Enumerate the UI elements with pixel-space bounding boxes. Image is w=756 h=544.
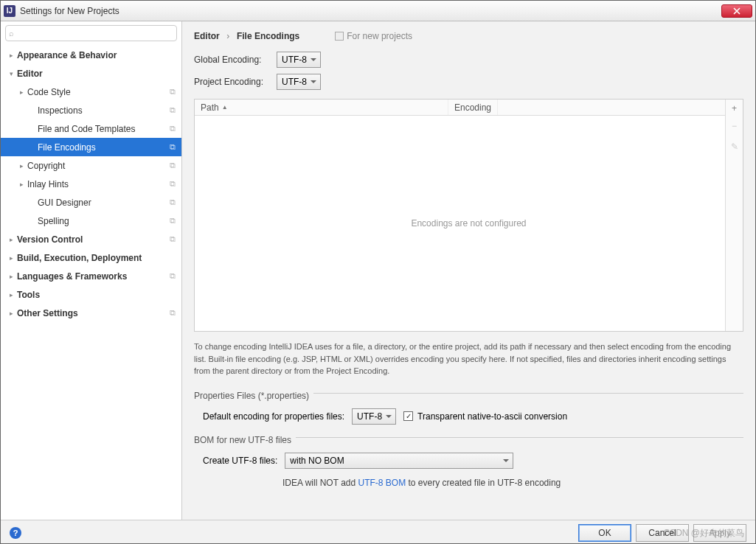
global-encoding-label: Global Encoding:: [194, 55, 277, 65]
utf8-bom-link[interactable]: UTF-8 BOM: [358, 478, 406, 488]
sidebar-item-gui-designer[interactable]: ▸GUI Designer⧉: [1, 193, 181, 212]
title-bar: IJ Settings for New Projects: [1, 1, 755, 21]
sidebar-item-inlay-hints[interactable]: ▸Inlay Hints⧉: [1, 175, 181, 193]
encoding-table: Path ▲ Encoding Encodings are not config…: [194, 99, 743, 332]
sidebar-item-other-settings[interactable]: ▸Other Settings⧉: [1, 304, 181, 322]
chevron-right-icon[interactable]: ▸: [17, 181, 26, 188]
copy-icon: ⧉: [170, 308, 176, 318]
sidebar-item-languages-frameworks[interactable]: ▸Languages & Frameworks⧉: [1, 267, 181, 285]
chevron-right-icon[interactable]: ▸: [7, 236, 15, 243]
window-title: Settings for New Projects: [20, 6, 721, 16]
project-encoding-label: Project Encoding:: [194, 77, 277, 87]
sidebar-item-build-execution-deployment[interactable]: ▸Build, Execution, Deployment: [1, 248, 181, 267]
sidebar-item-tools[interactable]: ▸Tools: [1, 285, 181, 304]
sidebar-item-label: Inspections: [38, 105, 181, 116]
apply-button[interactable]: Apply: [693, 524, 746, 542]
chevron-right-icon[interactable]: ▸: [17, 88, 26, 96]
sidebar-item-label: Build, Execution, Deployment: [17, 253, 181, 263]
table-toolbar: + − ✎: [725, 100, 743, 331]
content-panel: Editor › File Encodings For new projects…: [182, 21, 755, 520]
sidebar-item-label: Tools: [17, 290, 181, 300]
bom-create-label: Create UTF-8 files:: [203, 456, 277, 466]
for-new-projects-label: For new projects: [335, 31, 412, 41]
breadcrumb: Editor › File Encodings: [194, 30, 299, 41]
bom-group-label: BOM for new UTF-8 files: [182, 429, 755, 445]
search-box[interactable]: ⌕: [5, 25, 177, 41]
global-encoding-value: UTF-8: [282, 55, 307, 65]
chevron-right-icon[interactable]: ▸: [7, 291, 15, 299]
copy-icon: ⧉: [170, 234, 176, 244]
table-header: Path ▲ Encoding: [195, 100, 743, 116]
breadcrumb-part-editor[interactable]: Editor: [194, 31, 220, 41]
chevron-right-icon[interactable]: ▸: [7, 310, 15, 317]
help-text: To change encoding IntelliJ IDEA uses fo…: [182, 335, 755, 385]
copy-icon: ⧉: [170, 87, 176, 97]
sidebar-item-file-and-code-templates[interactable]: ▸File and Code Templates⧉: [1, 119, 181, 138]
breadcrumb-separator: ›: [226, 31, 229, 41]
transparent-checkbox[interactable]: [403, 411, 413, 421]
settings-tree: ▸Appearance & Behavior▾Editor▸Code Style…: [1, 44, 181, 520]
breadcrumb-row: Editor › File Encodings For new projects: [182, 21, 755, 49]
chevron-down-icon[interactable]: ▾: [7, 70, 15, 77]
transparent-label: Transparent native-to-ascii conversion: [417, 411, 567, 422]
sidebar-item-file-encodings[interactable]: ▸File Encodings⧉: [1, 138, 181, 156]
ok-button[interactable]: OK: [578, 524, 631, 542]
bom-create-row: Create UTF-8 files: with NO BOM: [203, 453, 743, 469]
bom-group-text: BOM for new UTF-8 files: [194, 435, 296, 445]
properties-encoding-value: UTF-8: [357, 411, 382, 422]
remove-button[interactable]: −: [726, 117, 743, 135]
edit-button[interactable]: ✎: [726, 138, 743, 156]
sidebar-item-label: File and Code Templates: [38, 124, 181, 134]
sidebar-item-editor[interactable]: ▾Editor: [1, 64, 181, 83]
bom-info-prefix: IDEA will NOT add: [282, 478, 358, 488]
help-button[interactable]: ?: [10, 527, 21, 539]
chevron-right-icon[interactable]: ▸: [7, 273, 15, 280]
search-input[interactable]: [15, 28, 173, 38]
properties-group-text: Properties Files (*.properties): [194, 391, 313, 401]
sidebar-item-appearance-behavior[interactable]: ▸Appearance & Behavior: [1, 46, 181, 64]
bom-info-row: IDEA will NOT add UTF-8 BOM to every cre…: [182, 473, 755, 495]
chevron-right-icon[interactable]: ▸: [17, 162, 26, 170]
copy-icon: ⧉: [170, 198, 176, 207]
bom-create-value: with NO BOM: [290, 456, 344, 466]
breadcrumb-part-file-encodings: File Encodings: [237, 31, 299, 41]
sidebar-item-copyright[interactable]: ▸Copyright⧉: [1, 156, 181, 175]
add-button[interactable]: +: [726, 100, 743, 117]
sidebar-item-label: Version Control: [17, 234, 181, 245]
bom-create-dropdown[interactable]: with NO BOM: [285, 453, 513, 469]
column-encoding-label: Encoding: [454, 102, 491, 113]
properties-default-label: Default encoding for properties files:: [203, 411, 344, 422]
global-encoding-row: Global Encoding: UTF-8: [182, 49, 755, 71]
chevron-right-icon[interactable]: ▸: [7, 52, 15, 59]
dialog-footer: ? OK Cancel Apply: [1, 520, 755, 544]
properties-default-row: Default encoding for properties files: U…: [203, 408, 743, 425]
table-body: Encodings are not configured: [195, 116, 743, 331]
copy-icon: ⧉: [170, 161, 176, 170]
chevron-right-icon[interactable]: ▸: [7, 254, 15, 262]
sidebar-item-code-style[interactable]: ▸Code Style⧉: [1, 83, 181, 101]
column-path-label: Path: [201, 102, 219, 113]
copy-icon: ⧉: [170, 105, 176, 115]
copy-icon: [335, 32, 344, 41]
sidebar-item-inspections[interactable]: ▸Inspections⧉: [1, 101, 181, 119]
sidebar-item-label: GUI Designer: [38, 198, 181, 208]
column-encoding[interactable]: Encoding: [448, 100, 498, 115]
sidebar-item-label: Code Style: [27, 87, 181, 97]
sidebar-item-spelling[interactable]: ▸Spelling⧉: [1, 212, 181, 230]
properties-encoding-dropdown[interactable]: UTF-8: [352, 408, 396, 425]
app-icon: IJ: [4, 5, 15, 17]
cancel-button[interactable]: Cancel: [636, 524, 689, 542]
sidebar-item-label: Editor: [17, 69, 181, 79]
close-button[interactable]: [721, 4, 752, 18]
copy-icon: ⧉: [170, 271, 176, 281]
copy-icon: ⧉: [170, 142, 176, 152]
sidebar-item-version-control[interactable]: ▸Version Control⧉: [1, 230, 181, 248]
global-encoding-dropdown[interactable]: UTF-8: [277, 52, 321, 68]
transparent-checkbox-row[interactable]: Transparent native-to-ascii conversion: [403, 411, 567, 422]
project-encoding-value: UTF-8: [282, 77, 307, 87]
project-encoding-dropdown[interactable]: UTF-8: [277, 74, 321, 90]
copy-icon: ⧉: [170, 179, 176, 189]
column-path[interactable]: Path ▲: [195, 100, 448, 115]
project-encoding-row: Project Encoding: UTF-8: [182, 71, 755, 93]
sidebar-item-label: Spelling: [38, 216, 181, 226]
